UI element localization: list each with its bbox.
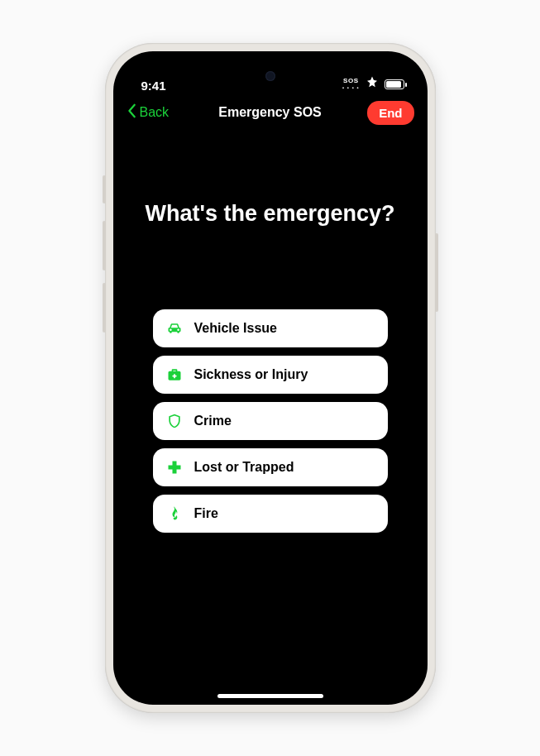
battery-icon (385, 79, 404, 89)
camera-dot (265, 71, 275, 81)
screen: 9:41 SOS • • • • Back Emergency SOS (113, 51, 428, 705)
option-sickness[interactable]: Sickness or Injury (153, 356, 388, 394)
satellite-icon (365, 75, 380, 93)
status-time: 9:41 (141, 79, 166, 93)
nav-title: Emergency SOS (218, 105, 322, 120)
content: What's the emergency? Vehicle Issue Sick… (113, 129, 428, 705)
end-button[interactable]: End (367, 101, 413, 125)
sos-indicator: SOS • • • • (342, 78, 359, 91)
home-indicator[interactable] (217, 694, 323, 698)
medkit-icon (166, 366, 183, 383)
dynamic-island (222, 63, 319, 89)
option-crime[interactable]: Crime (153, 402, 388, 440)
shield-icon (166, 413, 183, 429)
option-label: Sickness or Injury (194, 367, 308, 382)
options-list: Vehicle Issue Sickness or Injury Crime (136, 309, 404, 533)
nav-bar: Back Emergency SOS End (113, 96, 428, 129)
flame-icon (166, 505, 183, 522)
back-label: Back (140, 105, 170, 120)
option-label: Crime (194, 414, 232, 428)
option-label: Fire (194, 506, 218, 521)
side-button (435, 233, 438, 312)
option-lost[interactable]: Lost or Trapped (153, 448, 388, 486)
option-vehicle[interactable]: Vehicle Issue (153, 309, 388, 347)
side-button (103, 283, 106, 333)
phone-frame: 9:41 SOS • • • • Back Emergency SOS (105, 43, 436, 713)
page-heading: What's the emergency? (136, 200, 404, 227)
car-icon (166, 320, 183, 337)
side-button (103, 175, 106, 203)
back-button[interactable]: Back (127, 103, 170, 122)
chevron-left-icon (127, 103, 138, 122)
plus-icon (166, 459, 183, 476)
side-button (103, 221, 106, 270)
option-label: Lost or Trapped (194, 460, 294, 475)
status-right: SOS • • • • (342, 75, 404, 93)
option-fire[interactable]: Fire (153, 495, 388, 533)
option-label: Vehicle Issue (194, 321, 278, 336)
